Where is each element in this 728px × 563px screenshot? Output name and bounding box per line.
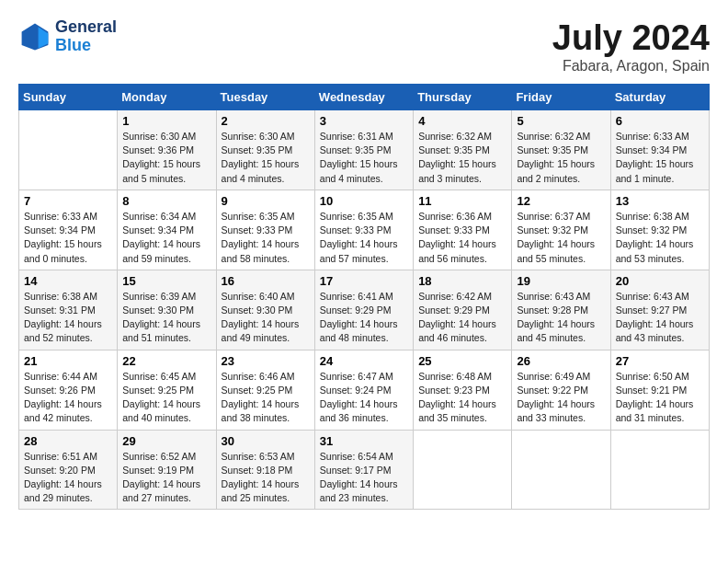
logo: General Blue [18,18,117,55]
header-day: Thursday [414,85,512,110]
day-info: Sunrise: 6:40 AMSunset: 9:30 PMDaylight:… [222,291,300,344]
day-number: 25 [418,354,506,368]
day-number: 17 [320,274,408,288]
day-cell: 17 Sunrise: 6:41 AMSunset: 9:29 PMDaylig… [314,270,413,350]
day-info: Sunrise: 6:34 AMSunset: 9:34 PMDaylight:… [122,211,200,264]
day-info: Sunrise: 6:53 AMSunset: 9:18 PMDaylight:… [222,451,300,504]
location: Fabara, Aragon, Spain [552,58,710,75]
day-info: Sunrise: 6:38 AMSunset: 9:32 PMDaylight:… [616,211,694,264]
day-number: 2 [222,114,310,128]
day-cell [19,110,118,190]
day-number: 26 [517,354,605,368]
day-info: Sunrise: 6:46 AMSunset: 9:25 PMDaylight:… [222,371,300,424]
day-info: Sunrise: 6:45 AMSunset: 9:25 PMDaylight:… [122,371,200,424]
day-info: Sunrise: 6:37 AMSunset: 9:32 PMDaylight:… [517,211,595,264]
week-row: 1 Sunrise: 6:30 AMSunset: 9:36 PMDayligh… [19,110,710,190]
day-number: 22 [122,354,210,368]
day-info: Sunrise: 6:38 AMSunset: 9:31 PMDaylight:… [24,291,102,344]
day-number: 24 [320,354,408,368]
day-cell: 5 Sunrise: 6:32 AMSunset: 9:35 PMDayligh… [512,110,610,190]
day-info: Sunrise: 6:49 AMSunset: 9:22 PMDaylight:… [517,371,595,424]
day-number: 14 [24,274,112,288]
calendar-table: SundayMondayTuesdayWednesdayThursdayFrid… [18,84,710,510]
day-number: 21 [24,354,112,368]
day-cell [512,430,610,510]
day-cell: 23 Sunrise: 6:46 AMSunset: 9:25 PMDaylig… [216,350,314,430]
day-info: Sunrise: 6:32 AMSunset: 9:35 PMDaylight:… [517,131,595,184]
day-cell: 21 Sunrise: 6:44 AMSunset: 9:26 PMDaylig… [19,350,118,430]
day-cell: 6 Sunrise: 6:33 AMSunset: 9:34 PMDayligh… [610,110,709,190]
day-cell: 26 Sunrise: 6:49 AMSunset: 9:22 PMDaylig… [512,350,610,430]
day-cell: 9 Sunrise: 6:35 AMSunset: 9:33 PMDayligh… [216,190,314,270]
day-number: 18 [418,274,506,288]
day-number: 13 [616,194,704,208]
day-cell: 22 Sunrise: 6:45 AMSunset: 9:25 PMDaylig… [118,350,216,430]
day-cell: 18 Sunrise: 6:42 AMSunset: 9:29 PMDaylig… [414,270,512,350]
header-day: Friday [512,85,610,110]
day-number: 7 [24,194,112,208]
day-cell: 15 Sunrise: 6:39 AMSunset: 9:30 PMDaylig… [118,270,216,350]
page-header: General Blue July 2024 Fabara, Aragon, S… [18,18,710,75]
day-info: Sunrise: 6:32 AMSunset: 9:35 PMDaylight:… [418,131,496,184]
day-info: Sunrise: 6:47 AMSunset: 9:24 PMDaylight:… [320,371,398,424]
day-cell: 25 Sunrise: 6:48 AMSunset: 9:23 PMDaylig… [414,350,512,430]
day-number: 9 [222,194,310,208]
logo-text: General Blue [55,18,117,55]
day-info: Sunrise: 6:35 AMSunset: 9:33 PMDaylight:… [222,211,300,264]
day-number: 3 [320,114,408,128]
header-row: SundayMondayTuesdayWednesdayThursdayFrid… [19,85,710,110]
day-cell: 8 Sunrise: 6:34 AMSunset: 9:34 PMDayligh… [118,190,216,270]
day-cell: 19 Sunrise: 6:43 AMSunset: 9:28 PMDaylig… [512,270,610,350]
day-number: 29 [122,434,210,448]
day-number: 5 [517,114,605,128]
header-day: Sunday [19,85,118,110]
day-number: 11 [418,194,506,208]
day-number: 1 [122,114,210,128]
day-number: 27 [616,354,704,368]
day-number: 20 [616,274,704,288]
day-cell: 12 Sunrise: 6:37 AMSunset: 9:32 PMDaylig… [512,190,610,270]
day-number: 30 [222,434,310,448]
day-number: 28 [24,434,112,448]
week-row: 21 Sunrise: 6:44 AMSunset: 9:26 PMDaylig… [19,350,710,430]
day-info: Sunrise: 6:41 AMSunset: 9:29 PMDaylight:… [320,291,398,344]
day-cell: 31 Sunrise: 6:54 AMSunset: 9:17 PMDaylig… [314,430,413,510]
day-info: Sunrise: 6:50 AMSunset: 9:21 PMDaylight:… [616,371,694,424]
day-info: Sunrise: 6:48 AMSunset: 9:23 PMDaylight:… [418,371,496,424]
day-info: Sunrise: 6:43 AMSunset: 9:28 PMDaylight:… [517,291,595,344]
day-cell: 16 Sunrise: 6:40 AMSunset: 9:30 PMDaylig… [216,270,314,350]
day-info: Sunrise: 6:51 AMSunset: 9:20 PMDaylight:… [24,451,102,504]
day-cell [414,430,512,510]
day-cell: 30 Sunrise: 6:53 AMSunset: 9:18 PMDaylig… [216,430,314,510]
day-cell: 27 Sunrise: 6:50 AMSunset: 9:21 PMDaylig… [610,350,709,430]
header-day: Saturday [610,85,709,110]
month-title: July 2024 [552,18,710,58]
day-number: 4 [418,114,506,128]
day-cell: 2 Sunrise: 6:30 AMSunset: 9:35 PMDayligh… [216,110,314,190]
day-cell: 4 Sunrise: 6:32 AMSunset: 9:35 PMDayligh… [414,110,512,190]
day-info: Sunrise: 6:33 AMSunset: 9:34 PMDaylight:… [616,131,694,184]
day-info: Sunrise: 6:54 AMSunset: 9:17 PMDaylight:… [320,451,398,504]
day-info: Sunrise: 6:33 AMSunset: 9:34 PMDaylight:… [24,211,102,264]
logo-icon [18,20,51,53]
week-row: 14 Sunrise: 6:38 AMSunset: 9:31 PMDaylig… [19,270,710,350]
day-cell: 7 Sunrise: 6:33 AMSunset: 9:34 PMDayligh… [19,190,118,270]
day-cell: 29 Sunrise: 6:52 AMSunset: 9:19 PMDaylig… [118,430,216,510]
day-number: 10 [320,194,408,208]
day-number: 19 [517,274,605,288]
day-cell: 11 Sunrise: 6:36 AMSunset: 9:33 PMDaylig… [414,190,512,270]
day-info: Sunrise: 6:39 AMSunset: 9:30 PMDaylight:… [122,291,200,344]
day-info: Sunrise: 6:44 AMSunset: 9:26 PMDaylight:… [24,371,102,424]
day-cell: 13 Sunrise: 6:38 AMSunset: 9:32 PMDaylig… [610,190,709,270]
day-info: Sunrise: 6:36 AMSunset: 9:33 PMDaylight:… [418,211,496,264]
week-row: 28 Sunrise: 6:51 AMSunset: 9:20 PMDaylig… [19,430,710,510]
day-info: Sunrise: 6:52 AMSunset: 9:19 PMDaylight:… [122,451,200,504]
day-cell: 14 Sunrise: 6:38 AMSunset: 9:31 PMDaylig… [19,270,118,350]
day-cell: 3 Sunrise: 6:31 AMSunset: 9:35 PMDayligh… [314,110,413,190]
day-number: 23 [222,354,310,368]
week-row: 7 Sunrise: 6:33 AMSunset: 9:34 PMDayligh… [19,190,710,270]
day-cell: 20 Sunrise: 6:43 AMSunset: 9:27 PMDaylig… [610,270,709,350]
day-cell [610,430,709,510]
day-number: 12 [517,194,605,208]
day-cell: 24 Sunrise: 6:47 AMSunset: 9:24 PMDaylig… [314,350,413,430]
